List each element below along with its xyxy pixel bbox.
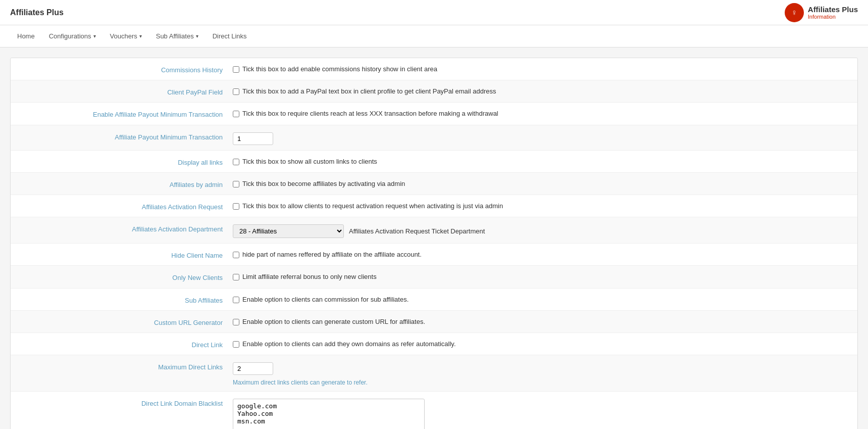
textarea-blacklist[interactable]: google.com Yahoo.com msn.com xyxy=(233,399,425,429)
checkbox-hide-client-name[interactable] xyxy=(233,252,239,258)
nav-item-sub-affiliates[interactable]: Sub Affiliates ▾ xyxy=(149,26,206,46)
control-activation-dept: 28 - Affiliates Affiliates Activation Re… xyxy=(233,222,847,238)
nav-item-direct-links[interactable]: Direct Links xyxy=(206,26,254,46)
nav-item-vouchers[interactable]: Vouchers ▾ xyxy=(103,26,149,46)
label-commissions-history: Commissions History xyxy=(21,63,233,75)
checkbox-enable-payout-min[interactable] xyxy=(233,111,239,117)
checkbox-label-display-links: Tick this box to show all custom links t… xyxy=(242,158,377,165)
content: Commissions History Tick this box to add… xyxy=(0,47,868,429)
form-container: Commissions History Tick this box to add… xyxy=(10,58,858,429)
label-activation-dept: Affiliates Activation Department xyxy=(21,222,233,234)
chevron-down-icon: ▾ xyxy=(93,33,96,39)
form-row-sub-affiliates: Sub Affiliates Enable option to clients … xyxy=(11,289,857,311)
checkbox-label-affiliates-admin: Tick this box to become affiliates by ac… xyxy=(242,180,405,187)
control-commissions-history: Tick this box to add enable commissions … xyxy=(233,63,847,73)
control-activation-request: Tick this box to allow clients to reques… xyxy=(233,200,847,210)
checkbox-direct-link[interactable] xyxy=(233,341,239,348)
checkbox-label-custom-url: Enable option to clients can generate cu… xyxy=(242,318,425,325)
form-row-enable-payout-min: Enable Affiliate Payout Minimum Transact… xyxy=(11,103,857,125)
nav-item-home[interactable]: Home xyxy=(10,26,42,46)
select-dept-label: Affiliates Activation Request Ticket Dep… xyxy=(349,227,485,235)
control-payout-min-value xyxy=(233,130,847,145)
checkbox-label-enable-payout-min: Tick this box to require clients reach a… xyxy=(242,110,498,117)
checkbox-label-activation-request: Tick this box to allow clients to reques… xyxy=(242,202,503,210)
brand-sub: Information xyxy=(808,14,858,20)
label-client-paypal: Client PayPal Field xyxy=(21,85,233,97)
checkbox-client-paypal[interactable] xyxy=(233,88,239,95)
checkbox-display-links[interactable] xyxy=(233,159,239,165)
form-row-affiliates-admin: Affiliates by admin Tick this box to bec… xyxy=(11,173,857,195)
checkbox-only-new-clients[interactable] xyxy=(233,274,239,280)
label-only-new-clients: Only New Clients xyxy=(21,271,233,282)
form-row-hide-client-name: Hide Client Name hide part of names reff… xyxy=(11,244,857,266)
checkbox-label-hide-client-name: hide part of names reffered by affiliate… xyxy=(242,251,422,258)
label-display-links: Display all links xyxy=(21,156,233,167)
checkbox-affiliates-admin[interactable] xyxy=(233,181,239,187)
label-hide-client-name: Hide Client Name xyxy=(21,249,233,260)
input-max-direct-links[interactable] xyxy=(233,362,273,375)
control-direct-link: Enable option to clients can add they ow… xyxy=(233,338,847,348)
chevron-down-icon: ▾ xyxy=(196,33,198,39)
label-payout-min-value: Affiliate Payout Minimum Transaction xyxy=(21,130,233,142)
nav: Home Configurations ▾ Vouchers ▾ Sub Aff… xyxy=(0,25,868,47)
checkbox-label-direct-link: Enable option to clients can add they ow… xyxy=(242,340,456,348)
control-affiliates-admin: Tick this box to become affiliates by ac… xyxy=(233,178,847,187)
checkbox-label-only-new-clients: Limit affiliate referral bonus to only n… xyxy=(242,273,377,280)
label-sub-affiliates: Sub Affiliates xyxy=(21,294,233,305)
control-sub-affiliates: Enable option to clients can commission … xyxy=(233,294,847,303)
brand-icon: ♀ xyxy=(785,3,804,22)
checkbox-label-client-paypal: Tick this box to add a PayPal text box i… xyxy=(242,87,496,95)
top-bar: Affiliates Plus ♀ Affiliates Plus Inform… xyxy=(0,0,868,25)
form-row-activation-request: Affiliates Activation Request Tick this … xyxy=(11,195,857,217)
control-only-new-clients: Limit affiliate referral bonus to only n… xyxy=(233,271,847,280)
control-display-links: Tick this box to show all custom links t… xyxy=(233,156,847,165)
checkbox-activation-request[interactable] xyxy=(233,203,239,210)
form-row-blacklist: Direct Link Domain Blacklist google.com … xyxy=(11,392,857,429)
label-enable-payout-min: Enable Affiliate Payout Minimum Transact… xyxy=(21,108,233,119)
form-row-activation-dept: Affiliates Activation Department 28 - Af… xyxy=(11,217,857,244)
label-affiliates-admin: Affiliates by admin xyxy=(21,178,233,189)
brand-text: Affiliates Plus Information xyxy=(808,5,858,20)
control-max-direct-links: Maximum direct links clients can generat… xyxy=(233,360,847,386)
label-activation-request: Affiliates Activation Request xyxy=(21,200,233,212)
form-row-only-new-clients: Only New Clients Limit affiliate referra… xyxy=(11,266,857,288)
form-row-custom-url: Custom URL Generator Enable option to cl… xyxy=(11,311,857,333)
form-row-direct-link: Direct Link Enable option to clients can… xyxy=(11,333,857,355)
control-blacklist: google.com Yahoo.com msn.com Direct Link… xyxy=(233,397,847,429)
control-enable-payout-min: Tick this box to require clients reach a… xyxy=(233,108,847,117)
label-blacklist: Direct Link Domain Blacklist xyxy=(21,397,233,408)
helper-max-direct-links: Maximum direct links clients can generat… xyxy=(233,379,368,386)
form-row-client-paypal: Client PayPal Field Tick this box to add… xyxy=(11,80,857,103)
control-client-paypal: Tick this box to add a PayPal text box i… xyxy=(233,85,847,95)
control-hide-client-name: hide part of names reffered by affiliate… xyxy=(233,249,847,258)
checkbox-sub-affiliates[interactable] xyxy=(233,297,239,303)
chevron-down-icon: ▾ xyxy=(139,33,142,39)
input-payout-min[interactable] xyxy=(233,132,273,145)
checkbox-label-commissions-history: Tick this box to add enable commissions … xyxy=(242,65,437,73)
checkbox-custom-url[interactable] xyxy=(233,319,239,325)
control-custom-url: Enable option to clients can generate cu… xyxy=(233,316,847,325)
form-row-payout-min-value: Affiliate Payout Minimum Transaction xyxy=(11,125,857,151)
brand-logo: ♀ Affiliates Plus Information xyxy=(785,3,858,22)
label-direct-link: Direct Link xyxy=(21,338,233,350)
label-custom-url: Custom URL Generator xyxy=(21,316,233,327)
form-row-display-links: Display all links Tick this box to show … xyxy=(11,151,857,173)
brand-name: Affiliates Plus xyxy=(808,5,858,14)
app-title: Affiliates Plus xyxy=(10,8,64,17)
label-max-direct-links: Maximum Direct Links xyxy=(21,360,233,372)
form-row-commissions-history: Commissions History Tick this box to add… xyxy=(11,58,857,80)
checkbox-label-sub-affiliates: Enable option to clients can commission … xyxy=(242,296,409,303)
checkbox-commissions-history[interactable] xyxy=(233,66,239,73)
nav-item-configurations[interactable]: Configurations ▾ xyxy=(42,26,103,46)
select-activation-dept[interactable]: 28 - Affiliates xyxy=(233,224,344,238)
form-row-max-direct-links: Maximum Direct Links Maximum direct link… xyxy=(11,355,857,392)
